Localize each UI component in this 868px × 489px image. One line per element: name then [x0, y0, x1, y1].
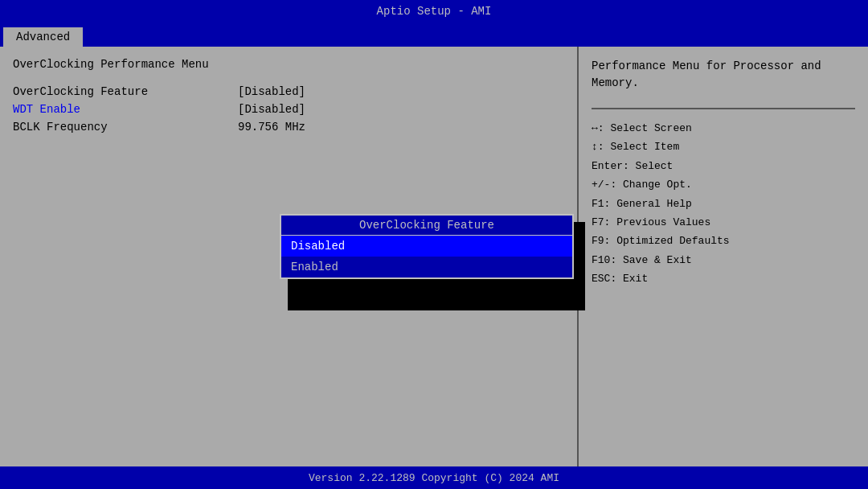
divider	[592, 108, 855, 109]
tab-row: Advanced	[0, 23, 868, 47]
label-overclocking-feature: OverClocking Feature	[13, 85, 238, 98]
key-select-screen: ↔: Select Screen	[592, 119, 855, 138]
value-overclocking-feature: [Disabled]	[238, 85, 305, 98]
key-esc-exit: ESC: Exit	[592, 269, 855, 288]
key-help: ↔: Select Screen ↕: Select Item Enter: S…	[592, 119, 855, 289]
key-general-help: F1: General Help	[592, 195, 855, 213]
popup-item-enabled[interactable]: Enabled	[281, 257, 572, 277]
label-bclk-frequency: BCLK Frequency	[13, 121, 238, 134]
key-enter-select: Enter: Select	[592, 157, 855, 175]
title-text: Aptio Setup - AMI	[377, 5, 492, 18]
key-previous-values: F7: Previous Values	[592, 213, 855, 232]
menu-item-overclocking-feature[interactable]: OverClocking Feature [Disabled]	[13, 85, 564, 98]
popup-title: OverClocking Feature	[281, 216, 572, 236]
footer-text: Version 2.22.1289 Copyright (C) 2024 AMI	[309, 472, 559, 484]
label-wdt-enable: WDT Enable	[13, 103, 238, 116]
menu-item-bclk-frequency[interactable]: BCLK Frequency 99.756 MHz	[13, 121, 564, 134]
bios-screen: Aptio Setup - AMI Advanced OverClocking …	[0, 0, 868, 489]
left-panel: OverClocking Performance Menu OverClocki…	[0, 47, 579, 466]
right-panel: Performance Menu for Processor and Memor…	[579, 47, 868, 466]
popup-item-disabled[interactable]: Disabled	[281, 236, 572, 257]
key-optimized-defaults: F9: Optimized Defaults	[592, 232, 855, 250]
main-area: OverClocking Performance Menu OverClocki…	[0, 47, 868, 466]
title-bar: Aptio Setup - AMI	[0, 0, 868, 23]
section-title: OverClocking Performance Menu	[13, 58, 564, 71]
footer: Version 2.22.1289 Copyright (C) 2024 AMI	[0, 466, 868, 489]
value-wdt-enable: [Disabled]	[238, 103, 305, 116]
key-select-item: ↕: Select Item	[592, 138, 855, 156]
menu-item-wdt-enable[interactable]: WDT Enable [Disabled]	[13, 103, 564, 116]
key-save-exit: F10: Save & Exit	[592, 251, 855, 269]
help-text: Performance Menu for Processor and Memor…	[592, 58, 855, 92]
overclocking-feature-popup[interactable]: OverClocking Feature Disabled Enabled	[280, 214, 574, 279]
tab-advanced[interactable]: Advanced	[3, 27, 83, 47]
value-bclk-frequency: 99.756 MHz	[238, 121, 305, 134]
key-change-opt: +/-: Change Opt.	[592, 175, 855, 194]
